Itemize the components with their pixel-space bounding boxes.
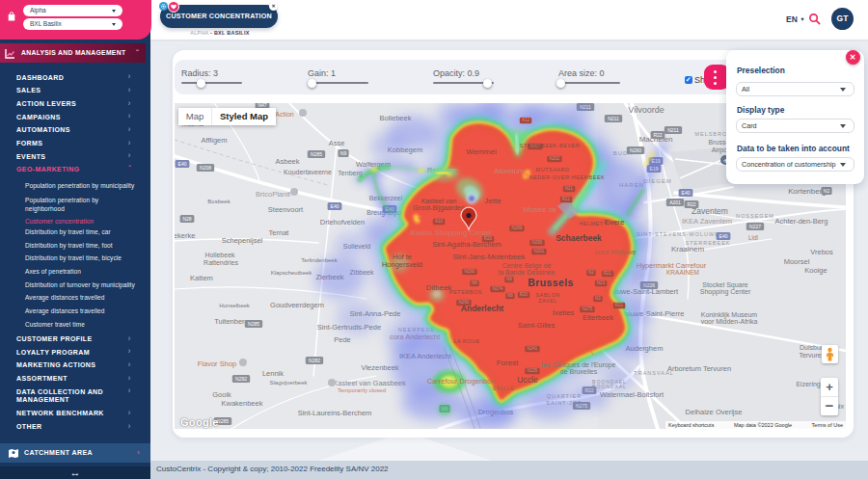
svg-text:KRAAINEM: KRAAINEM bbox=[666, 269, 699, 276]
svg-text:Schaerbeek: Schaerbeek bbox=[556, 233, 602, 243]
svg-text:Sint-Agatha-Berchem: Sint-Agatha-Berchem bbox=[432, 240, 502, 249]
svg-text:N275: N275 bbox=[583, 306, 593, 311]
svg-text:cora Woluwe: cora Woluwe bbox=[594, 248, 636, 256]
svg-text:Affligem: Affligem bbox=[202, 136, 228, 145]
svg-text:A10: A10 bbox=[435, 219, 444, 224]
svg-text:la Bande Dessinée: la Bande Dessinée bbox=[499, 269, 556, 276]
svg-text:N9: N9 bbox=[506, 277, 512, 281]
svg-text:Etterbeek: Etterbeek bbox=[583, 313, 613, 322]
svg-text:Bosbeek: Bosbeek bbox=[207, 199, 231, 204]
svg-text:N28: N28 bbox=[182, 216, 191, 222]
svg-text:Goudveerdegem: Goudveerdegem bbox=[270, 301, 324, 309]
svg-text:Kwakenbeek: Kwakenbeek bbox=[222, 399, 263, 408]
svg-text:Moorsel: Moorsel bbox=[784, 257, 810, 266]
svg-text:N292: N292 bbox=[235, 376, 247, 382]
svg-text:Wemmel: Wemmel bbox=[466, 147, 497, 156]
svg-text:N241: N241 bbox=[528, 346, 538, 351]
svg-text:MUTSAARD: MUTSAARD bbox=[536, 167, 570, 173]
svg-text:N21: N21 bbox=[565, 186, 574, 191]
svg-text:ZAVEL: ZAVEL bbox=[538, 298, 557, 304]
svg-text:A12: A12 bbox=[522, 118, 530, 122]
svg-text:R22: R22 bbox=[687, 201, 695, 207]
svg-text:Temporarily closed: Temporarily closed bbox=[338, 387, 386, 393]
svg-text:dekerke: dekerke bbox=[175, 231, 195, 240]
svg-text:Lidl: Lidl bbox=[748, 234, 759, 241]
svg-text:Basilix Shopping Center: Basilix Shopping Center bbox=[410, 228, 493, 237]
svg-text:N202: N202 bbox=[550, 156, 560, 161]
svg-text:Watermael-Boitsfort: Watermael-Boitsfort bbox=[600, 390, 665, 399]
svg-text:Pede: Pede bbox=[334, 335, 351, 344]
svg-text:N8: N8 bbox=[472, 280, 477, 285]
svg-text:IKEA Zaventem: IKEA Zaventem bbox=[682, 217, 732, 226]
svg-text:LA ROUE: LA ROUE bbox=[453, 338, 479, 344]
svg-text:Jette: Jette bbox=[484, 197, 502, 205]
svg-text:Sint-Laureins-Berchem: Sint-Laureins-Berchem bbox=[298, 409, 372, 417]
svg-text:TRANSVAAL: TRANSVAAL bbox=[634, 370, 673, 376]
svg-text:voor Midden-Afrika: voor Midden-Afrika bbox=[701, 318, 758, 325]
svg-text:STALLE: STALLE bbox=[492, 386, 514, 391]
svg-text:Musée de: Musée de bbox=[523, 205, 557, 214]
svg-text:Steenvoort: Steenvoort bbox=[268, 205, 304, 214]
svg-text:Slagvijverbeek: Slagvijverbeek bbox=[269, 380, 308, 386]
svg-text:Asbeek: Asbeek bbox=[275, 157, 299, 166]
svg-text:R20: R20 bbox=[520, 292, 529, 297]
svg-text:de Bruxelles: de Bruxelles bbox=[560, 368, 598, 375]
svg-text:N274: N274 bbox=[493, 286, 503, 291]
svg-text:E40: E40 bbox=[719, 233, 728, 239]
svg-text:Ixelles: Ixelles bbox=[553, 308, 575, 317]
svg-text:Kooige: Kooige bbox=[804, 266, 827, 275]
svg-text:Kasteel van Gaasbeek: Kasteel van Gaasbeek bbox=[333, 379, 406, 387]
svg-text:NEDER-OVER-HEEMBEEK: NEDER-OVER-HEEMBEEK bbox=[529, 174, 606, 180]
svg-text:N260: N260 bbox=[630, 147, 641, 153]
svg-text:N208: N208 bbox=[200, 165, 211, 171]
svg-text:E40: E40 bbox=[331, 203, 339, 209]
svg-text:Ternat: Ternat bbox=[269, 228, 290, 237]
svg-text:Sint-Jans-Molenbeek: Sint-Jans-Molenbeek bbox=[452, 253, 526, 261]
svg-text:Carrefour Drogenbos: Carrefour Drogenbos bbox=[427, 377, 496, 386]
svg-text:Rattendries: Rattendries bbox=[203, 259, 238, 266]
svg-text:N23: N23 bbox=[597, 280, 606, 285]
svg-text:R21: R21 bbox=[615, 303, 624, 307]
svg-text:N2: N2 bbox=[588, 270, 594, 275]
svg-text:Action: Action bbox=[275, 111, 294, 118]
svg-text:Delhaize Overijse: Delhaize Overijse bbox=[686, 408, 743, 416]
svg-text:Hongersveld: Hongersveld bbox=[382, 260, 422, 269]
svg-text:N285: N285 bbox=[248, 321, 259, 327]
svg-text:Evere: Evere bbox=[605, 218, 625, 226]
svg-text:N2: N2 bbox=[824, 188, 830, 194]
svg-text:Kortenberg: Kortenberg bbox=[788, 187, 827, 196]
svg-text:Anderlecht: Anderlecht bbox=[461, 304, 504, 313]
svg-text:R21: R21 bbox=[604, 271, 612, 276]
svg-text:R21: R21 bbox=[562, 197, 571, 201]
svg-text:Achter-den-Berg: Achter-den-Berg bbox=[774, 217, 827, 226]
svg-text:PETERBOS: PETERBOS bbox=[449, 289, 482, 295]
svg-text:Brussels: Brussels bbox=[528, 277, 574, 288]
svg-text:E40: E40 bbox=[682, 190, 691, 196]
svg-text:Asse: Asse bbox=[329, 139, 345, 147]
svg-text:Hollebeek: Hollebeek bbox=[204, 252, 235, 258]
svg-text:N201: N201 bbox=[534, 249, 545, 253]
svg-text:Gooik: Gooik bbox=[212, 390, 231, 399]
svg-text:STROMBEEK-BEVER: STROMBEEK-BEVER bbox=[520, 143, 581, 148]
svg-text:Forest: Forest bbox=[497, 359, 519, 367]
svg-text:Groot-Bijgaarden: Groot-Bijgaarden bbox=[413, 204, 464, 212]
svg-text:N211: N211 bbox=[667, 127, 679, 133]
svg-text:Uccle: Uccle bbox=[517, 375, 538, 385]
svg-text:Klapscheutbeek: Klapscheutbeek bbox=[271, 270, 313, 276]
svg-text:Arboretum Tervuren: Arboretum Tervuren bbox=[667, 364, 731, 373]
svg-text:N211: N211 bbox=[608, 116, 619, 121]
svg-text:Koudertaveerne: Koudertaveerne bbox=[284, 169, 332, 175]
svg-text:Lennik: Lennik bbox=[262, 369, 284, 378]
svg-text:Saint-Gilles: Saint-Gilles bbox=[518, 321, 556, 330]
svg-text:N235: N235 bbox=[528, 368, 538, 373]
svg-text:A201: A201 bbox=[669, 200, 681, 205]
svg-text:Hunselbeek: Hunselbeek bbox=[219, 303, 251, 308]
svg-text:Tuitenberg: Tuitenberg bbox=[214, 317, 249, 326]
svg-text:Kattem: Kattem bbox=[190, 274, 213, 282]
svg-text:N3: N3 bbox=[595, 296, 601, 301]
svg-text:Kraainem: Kraainem bbox=[671, 245, 705, 253]
svg-text:E40: E40 bbox=[178, 161, 187, 167]
svg-text:N282: N282 bbox=[309, 358, 320, 363]
svg-text:Kasteel van: Kasteel van bbox=[421, 198, 457, 204]
svg-text:Shopping Center: Shopping Center bbox=[700, 288, 751, 296]
